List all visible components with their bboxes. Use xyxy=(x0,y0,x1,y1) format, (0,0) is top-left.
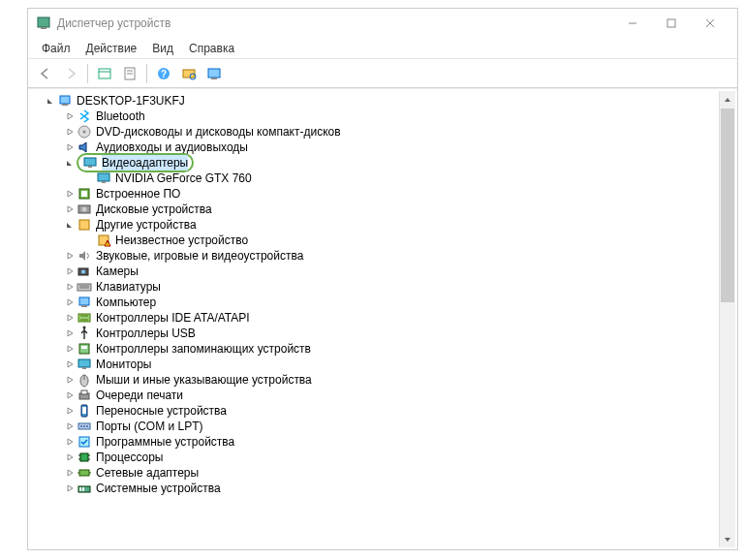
collapse-icon[interactable] xyxy=(44,96,57,106)
disk-icon xyxy=(77,202,92,217)
tree-node-label: Мыши и иные указывающие устройства xyxy=(96,372,312,388)
expand-icon[interactable] xyxy=(63,437,77,447)
view-devices-button[interactable] xyxy=(202,62,226,85)
expand-icon[interactable] xyxy=(63,127,77,137)
svg-rect-52 xyxy=(82,407,86,414)
tree-node[interactable]: Контроллеры USB xyxy=(36,326,737,341)
tree-node[interactable]: Переносные устройства xyxy=(36,403,737,419)
tree-node-label: Переносные устройства xyxy=(96,403,227,419)
toolbar-separator xyxy=(87,64,88,83)
expand-icon[interactable] xyxy=(63,313,77,323)
svg-rect-23 xyxy=(98,173,109,181)
tree-node[interactable]: Системные устройства xyxy=(36,481,737,496)
expand-icon[interactable] xyxy=(63,297,77,307)
tree-node[interactable]: Bluetooth xyxy=(36,109,737,124)
collapse-icon[interactable] xyxy=(63,158,77,168)
tree-node-label: Контроллеры USB xyxy=(96,326,196,341)
menu-action[interactable]: Действие xyxy=(78,40,145,57)
expand-icon[interactable] xyxy=(63,468,77,478)
tree-node[interactable]: DESKTOP-1F3UKFJ xyxy=(36,93,737,109)
tree-node[interactable]: Клавиатуры xyxy=(36,279,737,295)
expand-icon[interactable] xyxy=(63,375,77,385)
close-button[interactable] xyxy=(691,10,729,37)
tree-node[interactable]: Процессоры xyxy=(36,450,737,465)
menu-help[interactable]: Справка xyxy=(181,40,242,57)
tree-node[interactable]: Контроллеры запоминающих устройств xyxy=(36,341,737,357)
svg-rect-58 xyxy=(80,453,88,461)
highlighted-node: Видеоадаптеры xyxy=(77,153,194,172)
scroll-thumb[interactable] xyxy=(721,109,734,302)
display-icon xyxy=(77,357,92,372)
device-tree[interactable]: DESKTOP-1F3UKFJBluetoothDVD-дисководы и … xyxy=(28,89,737,549)
tree-node-label: Контроллеры запоминающих устройств xyxy=(96,341,311,357)
tree-node[interactable]: DVD-дисководы и дисководы компакт-дисков xyxy=(36,124,737,140)
tree-node[interactable]: Порты (COM и LPT) xyxy=(36,419,737,434)
svg-point-56 xyxy=(86,425,88,427)
window-controls xyxy=(613,10,729,37)
tree-node[interactable]: Встроенное ПО xyxy=(36,186,737,202)
tree-node-label: Встроенное ПО xyxy=(96,186,180,202)
nav-back-button[interactable] xyxy=(34,62,57,85)
expand-icon[interactable] xyxy=(63,204,77,214)
minimize-button[interactable] xyxy=(613,10,652,37)
expand-icon[interactable] xyxy=(63,344,77,354)
svg-rect-18 xyxy=(62,104,68,106)
scan-hardware-button[interactable] xyxy=(177,62,201,85)
mouse-icon xyxy=(77,372,92,388)
properties-button[interactable] xyxy=(118,62,141,85)
tree-node[interactable]: Другие устройства xyxy=(36,217,737,233)
svg-point-20 xyxy=(83,131,86,134)
bt-icon xyxy=(77,109,92,124)
expand-icon[interactable] xyxy=(63,189,77,199)
titlebar: Диспетчер устройств xyxy=(28,9,737,38)
tree-node-label: Другие устройства xyxy=(96,217,197,233)
camera-icon xyxy=(77,264,92,279)
collapse-icon[interactable] xyxy=(63,220,77,230)
menu-file[interactable]: Файл xyxy=(34,40,78,57)
tree-node[interactable]: Камеры xyxy=(36,264,737,279)
nav-forward-button[interactable] xyxy=(59,62,82,85)
menu-view[interactable]: Вид xyxy=(144,40,181,57)
expand-icon[interactable] xyxy=(63,282,77,292)
tree-node-label: Системные устройства xyxy=(96,481,221,496)
tree-node-label: Программные устройства xyxy=(96,434,234,450)
tree-node-label: Клавиатуры xyxy=(96,279,161,295)
expand-icon[interactable] xyxy=(63,421,77,431)
tree-node[interactable]: Компьютер xyxy=(36,295,737,310)
expand-icon[interactable] xyxy=(63,266,77,276)
tree-node[interactable]: NVIDIA GeForce GTX 760 xyxy=(36,171,737,186)
tree-node-label: Bluetooth xyxy=(96,109,145,124)
tree-node[interactable]: Мыши и иные указывающие устройства xyxy=(36,372,737,388)
tree-node[interactable]: Очереди печати xyxy=(36,388,737,403)
show-hidden-button[interactable] xyxy=(93,62,116,85)
svg-rect-1 xyxy=(41,27,46,29)
device-manager-window: Диспетчер устройств Файл Действие Вид Сп… xyxy=(27,8,738,550)
tree-node[interactable]: Дисковые устройства xyxy=(36,202,737,217)
menubar: Файл Действие Вид Справка xyxy=(28,38,737,59)
tree-node[interactable]: Мониторы xyxy=(36,357,737,372)
expand-icon[interactable] xyxy=(63,452,77,462)
expand-icon[interactable] xyxy=(63,406,77,416)
svg-rect-45 xyxy=(78,359,90,367)
maximize-button[interactable] xyxy=(652,10,691,37)
scroll-down-button[interactable] xyxy=(720,531,735,547)
tree-node[interactable]: Звуковые, игровые и видеоустройства xyxy=(36,248,737,264)
expand-icon[interactable] xyxy=(63,111,77,121)
tree-node[interactable]: !Неизвестное устройство xyxy=(36,233,737,248)
expand-icon[interactable] xyxy=(63,483,77,493)
tree-node-label: Дисковые устройства xyxy=(96,202,212,217)
expand-icon[interactable] xyxy=(63,251,77,261)
scroll-up-button[interactable] xyxy=(720,91,735,108)
expand-icon[interactable] xyxy=(63,359,77,369)
tree-node[interactable]: Видеоадаптеры xyxy=(36,155,737,171)
vertical-scrollbar[interactable] xyxy=(719,91,735,547)
svg-rect-21 xyxy=(84,158,96,166)
tree-node[interactable]: Сетевые адаптеры xyxy=(36,465,737,481)
expand-icon[interactable] xyxy=(63,142,77,152)
help-button[interactable]: ? xyxy=(152,62,175,85)
tree-node[interactable]: Программные устройства xyxy=(36,434,737,450)
expand-icon[interactable] xyxy=(63,328,77,338)
expand-icon[interactable] xyxy=(63,390,77,400)
tree-node[interactable]: Контроллеры IDE ATA/ATAPI xyxy=(36,310,737,326)
tree-node-label: Сетевые адаптеры xyxy=(96,465,199,481)
